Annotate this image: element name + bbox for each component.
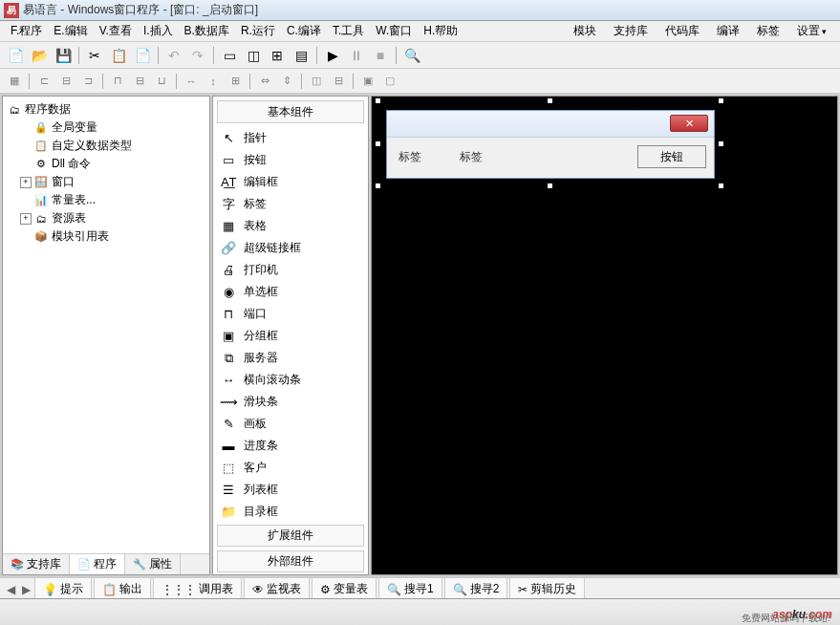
design-label-2[interactable]: 标签 (460, 149, 483, 165)
panel-external[interactable]: 外部组件 (217, 550, 364, 572)
copy-button[interactable]: 📋 (107, 45, 130, 66)
menu-run[interactable]: R.运行 (236, 21, 280, 41)
handle-sw[interactable] (375, 183, 381, 189)
menu-edit[interactable]: E.编辑 (49, 21, 92, 41)
layout2-button[interactable]: ◫ (242, 45, 265, 66)
align-bottom[interactable]: ⊔ (151, 72, 172, 91)
design-titlebar[interactable]: ✕ (387, 111, 714, 138)
design-body[interactable]: 标签 标签 按钮 (387, 138, 714, 180)
menu-settings[interactable]: 设置 (789, 21, 834, 41)
comp-dirbox[interactable]: 📁目录框 (213, 501, 368, 523)
handle-ne[interactable] (718, 97, 724, 104)
menu-insert[interactable]: I.插入 (139, 21, 178, 41)
design-label-1[interactable]: 标签 (398, 149, 421, 165)
comp-hyperlink[interactable]: 🔗超级链接框 (213, 237, 368, 259)
expand-icon[interactable]: + (20, 177, 32, 188)
handle-n[interactable] (547, 97, 553, 104)
menu-tools[interactable]: T.工具 (328, 21, 369, 41)
design-window[interactable]: ✕ 标签 标签 按钮 (386, 110, 715, 179)
comp-slider[interactable]: ⟿滑块条 (213, 391, 368, 413)
comp-table[interactable]: ▦表格 (213, 215, 368, 237)
tree-custom-types[interactable]: 📋 自定义数据类型 (5, 137, 207, 155)
tab-support[interactable]: 📚支持库 (3, 554, 70, 574)
comp-button[interactable]: ▭按钮 (213, 149, 368, 171)
center-v[interactable]: ⊟ (328, 72, 349, 91)
send-back[interactable]: ▢ (379, 72, 400, 91)
same-height[interactable]: ↕ (203, 72, 224, 91)
align-top[interactable]: ⊓ (107, 72, 128, 91)
comp-groupbox[interactable]: ▣分组框 (213, 325, 368, 347)
design-canvas[interactable]: ✕ 标签 标签 按钮 (371, 96, 838, 575)
menu-database[interactable]: B.数据库 (180, 21, 234, 41)
tree-resources[interactable]: +🗂 资源表 (5, 209, 207, 227)
handle-s[interactable] (547, 183, 553, 189)
same-size[interactable]: ⊞ (225, 72, 246, 91)
menu-codelib[interactable]: 代码库 (657, 21, 707, 41)
stop-button[interactable]: ■ (369, 45, 392, 66)
open-button[interactable]: 📂 (28, 45, 51, 66)
nav-next[interactable]: ▶ (19, 583, 32, 596)
comp-progress[interactable]: ▬进度条 (213, 435, 368, 457)
tree-modules[interactable]: 📦 模块引用表 (5, 227, 207, 246)
comp-canvas[interactable]: ✎画板 (213, 413, 368, 435)
comp-radio[interactable]: ◉单选框 (213, 281, 368, 303)
tab-program[interactable]: 📄程序 (70, 554, 125, 574)
tree-root[interactable]: 🗂 程序数据 (5, 100, 207, 119)
comp-port[interactable]: ⊓端口 (213, 303, 368, 325)
menu-build[interactable]: 编译 (709, 21, 747, 41)
handle-w[interactable] (375, 140, 381, 147)
handle-nw[interactable] (375, 97, 381, 104)
menu-view[interactable]: V.查看 (95, 21, 137, 41)
tab-props[interactable]: 🔧属性 (125, 554, 181, 574)
menu-label[interactable]: 标签 (749, 21, 787, 41)
tree-dll[interactable]: ⚙ Dll 命令 (5, 155, 207, 173)
align-middle[interactable]: ⊟ (129, 72, 150, 91)
align-right[interactable]: ⊐ (77, 72, 98, 91)
menu-module[interactable]: 模块 (566, 21, 604, 41)
tree-global-vars[interactable]: 🔒 全局变量 (5, 119, 207, 137)
paste-button[interactable]: 📄 (131, 45, 154, 66)
handle-e[interactable] (718, 140, 724, 147)
redo-button[interactable]: ↷ (186, 45, 209, 66)
layout4-button[interactable]: ▤ (290, 45, 312, 66)
align-left[interactable]: ⊏ (33, 72, 54, 91)
panel-header-basic[interactable]: 基本组件 (217, 100, 364, 123)
same-width[interactable]: ↔ (181, 72, 202, 91)
pause-button[interactable]: ⏸ (345, 45, 368, 66)
layout3-button[interactable]: ⊞ (266, 45, 289, 66)
design-button-1[interactable]: 按钮 (637, 145, 706, 168)
comp-pointer[interactable]: ↖指针 (213, 127, 368, 149)
comp-listbox[interactable]: ☰列表框 (213, 479, 368, 501)
menu-support[interactable]: 支持库 (606, 21, 656, 41)
comp-label[interactable]: 字标签 (213, 193, 368, 215)
comp-hscroll[interactable]: ↔横向滚动条 (213, 369, 368, 391)
bring-front[interactable]: ▣ (357, 72, 378, 91)
menu-window[interactable]: W.窗口 (371, 21, 417, 41)
menu-help[interactable]: H.帮助 (419, 21, 463, 41)
layout1-button[interactable]: ▭ (218, 45, 241, 66)
menu-compile[interactable]: C.编译 (282, 21, 326, 41)
center-h[interactable]: ◫ (306, 72, 327, 91)
cut-button[interactable]: ✂ (83, 45, 106, 66)
space-v[interactable]: ⇕ (276, 72, 297, 91)
comp-server[interactable]: ⧉服务器 (213, 347, 368, 369)
design-close-button[interactable]: ✕ (670, 115, 708, 132)
space-h[interactable]: ⇔ (254, 72, 275, 91)
comp-editbox[interactable]: A͟T编辑框 (213, 171, 368, 193)
expand-icon[interactable]: + (20, 213, 32, 225)
align1[interactable]: ▦ (4, 72, 25, 91)
run-button[interactable]: ▶ (321, 45, 344, 66)
undo-button[interactable]: ↶ (162, 45, 185, 66)
menu-program[interactable]: F.程序 (6, 21, 47, 41)
align-center-h[interactable]: ⊟ (55, 72, 76, 91)
panel-extended[interactable]: 扩展组件 (217, 525, 364, 547)
tree-window[interactable]: +🪟 窗口 (5, 173, 207, 191)
tree-const[interactable]: 📊 常量表... (5, 191, 207, 209)
save-button[interactable]: 💾 (52, 45, 75, 66)
new-button[interactable]: 📄 (4, 45, 27, 66)
nav-prev[interactable]: ◀ (4, 583, 17, 596)
handle-se[interactable] (718, 183, 724, 189)
find-button[interactable]: 🔍 (400, 45, 423, 66)
comp-printer[interactable]: 🖨打印机 (213, 259, 368, 281)
comp-client[interactable]: ⬚客户 (213, 457, 368, 479)
